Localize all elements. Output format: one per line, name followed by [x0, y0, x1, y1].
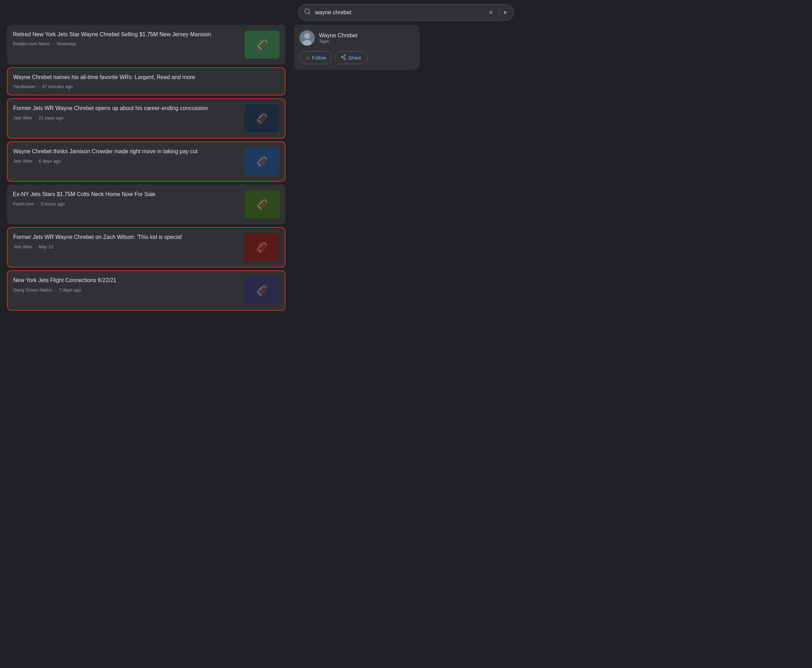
news-card-image: 🏈	[245, 31, 280, 58]
news-card-image: 🏈	[244, 233, 279, 261]
news-card-title: Ex-NY Jets Stars $1.75M Colts Neck Home …	[13, 190, 241, 198]
search-bar-container: ✕ ▾	[0, 0, 812, 25]
news-card-meta: Patch.com · 5 hours ago	[13, 201, 241, 207]
news-card[interactable]: Wayne Chrebet thinks Jamison Crowder mad…	[7, 141, 285, 182]
news-time: 6 days ago	[38, 159, 61, 164]
sidebar: Wayne Chrebet Topic ☆ Follow	[294, 25, 419, 311]
news-card-title: New York Jets Flight Connections 6/22/21	[13, 277, 240, 284]
news-time: 47 minutes ago	[42, 84, 73, 89]
news-source: Gang Green Nation	[13, 287, 53, 292]
news-source: Yardbarker	[13, 84, 35, 89]
share-icon	[340, 54, 346, 61]
share-label: Share	[348, 55, 361, 60]
news-time: 21 days ago	[38, 115, 63, 120]
topic-type: Topic	[319, 38, 358, 44]
svg-line-6	[343, 56, 344, 57]
news-source: Jets Wire	[13, 115, 32, 120]
news-source: Patch.com	[13, 201, 34, 207]
news-card-meta: Jets Wire · 6 days ago	[13, 159, 240, 164]
avatar	[299, 30, 315, 46]
meta-separator: ·	[52, 41, 55, 46]
search-input[interactable]	[315, 9, 483, 16]
news-card-image: 🏈	[244, 277, 279, 304]
news-card[interactable]: Former Jets WR Wayne Chrebet on Zach Wil…	[7, 227, 285, 267]
news-card-image: 🏈	[245, 190, 280, 219]
news-time: 5 hours ago	[41, 201, 65, 207]
news-card-image: 🏈	[244, 105, 279, 132]
topic-card: Wayne Chrebet Topic ☆ Follow	[294, 25, 419, 70]
share-button[interactable]: Share	[335, 51, 367, 64]
search-dropdown-button[interactable]: ▾	[499, 9, 508, 17]
news-time: May 21	[38, 244, 53, 249]
news-feed: Retired New York Jets Star Wayne Chrebet…	[7, 25, 285, 311]
meta-separator: ·	[35, 159, 37, 164]
svg-line-5	[343, 57, 344, 58]
meta-separator: ·	[37, 201, 39, 207]
news-card-title: Wayne Chrebet thinks Jamison Crowder mad…	[13, 148, 240, 155]
main-content: Retired New York Jets Star Wayne Chrebet…	[0, 25, 812, 317]
news-source: Jets Wire	[13, 244, 32, 249]
news-card-content: Wayne Chrebet thinks Jamison Crowder mad…	[13, 148, 240, 175]
news-card-meta: Jets Wire · May 21	[13, 244, 240, 249]
star-icon: ☆	[305, 55, 310, 60]
meta-separator: ·	[55, 287, 57, 292]
svg-point-4	[344, 58, 345, 60]
news-card-title: Former Jets WR Wayne Chrebet on Zach Wil…	[13, 233, 240, 241]
meta-separator: ·	[35, 244, 37, 249]
follow-label: Follow	[312, 55, 326, 60]
meta-separator: ·	[38, 84, 40, 89]
topic-card-header: Wayne Chrebet Topic	[299, 30, 414, 46]
svg-point-0	[305, 9, 310, 13]
svg-point-3	[341, 57, 343, 58]
news-source: Realtor.com News	[13, 41, 50, 46]
news-card-title: Retired New York Jets Star Wayne Chrebet…	[13, 31, 241, 38]
news-card[interactable]: Ex-NY Jets Stars $1.75M Colts Neck Home …	[7, 185, 285, 224]
news-card-title: Wayne Chrebet names his all-time favorit…	[13, 73, 279, 81]
news-card[interactable]: Wayne Chrebet names his all-time favorit…	[7, 67, 285, 95]
news-card-content: New York Jets Flight Connections 6/22/21…	[13, 277, 240, 304]
news-card-title: Former Jets WR Wayne Chrebet opens up ab…	[13, 105, 240, 112]
news-card-content: Retired New York Jets Star Wayne Chrebet…	[13, 31, 241, 58]
news-card-meta: Yardbarker · 47 minutes ago	[13, 84, 279, 89]
news-card[interactable]: Retired New York Jets Star Wayne Chrebet…	[7, 25, 285, 64]
news-card-content: Ex-NY Jets Stars $1.75M Colts Neck Home …	[13, 190, 241, 219]
news-card-content: Former Jets WR Wayne Chrebet opens up ab…	[13, 105, 240, 132]
topic-actions: ☆ Follow Share	[299, 51, 414, 64]
news-card[interactable]: New York Jets Flight Connections 6/22/21…	[7, 270, 285, 311]
search-icon	[304, 8, 311, 17]
news-card-meta: Gang Green Nation · 7 days ago	[13, 287, 240, 292]
svg-line-1	[309, 13, 310, 14]
news-card-meta: Realtor.com News · Yesterday	[13, 41, 241, 46]
news-time: Yesterday	[56, 41, 76, 46]
svg-point-2	[344, 55, 345, 56]
news-card-content: Former Jets WR Wayne Chrebet on Zach Wil…	[13, 233, 240, 261]
news-card-meta: Jets Wire · 21 days ago	[13, 115, 240, 120]
search-clear-button[interactable]: ✕	[487, 9, 495, 17]
meta-separator: ·	[35, 115, 37, 120]
news-card-image: 🏈	[244, 148, 279, 175]
news-source: Jets Wire	[13, 159, 32, 164]
topic-name: Wayne Chrebet	[319, 32, 358, 38]
news-card[interactable]: Former Jets WR Wayne Chrebet opens up ab…	[7, 98, 285, 139]
search-bar: ✕ ▾	[298, 4, 514, 20]
topic-info: Wayne Chrebet Topic	[319, 32, 358, 44]
follow-button[interactable]: ☆ Follow	[299, 51, 332, 64]
news-time: 7 days ago	[59, 287, 82, 292]
news-card-content: Wayne Chrebet names his all-time favorit…	[13, 73, 279, 89]
